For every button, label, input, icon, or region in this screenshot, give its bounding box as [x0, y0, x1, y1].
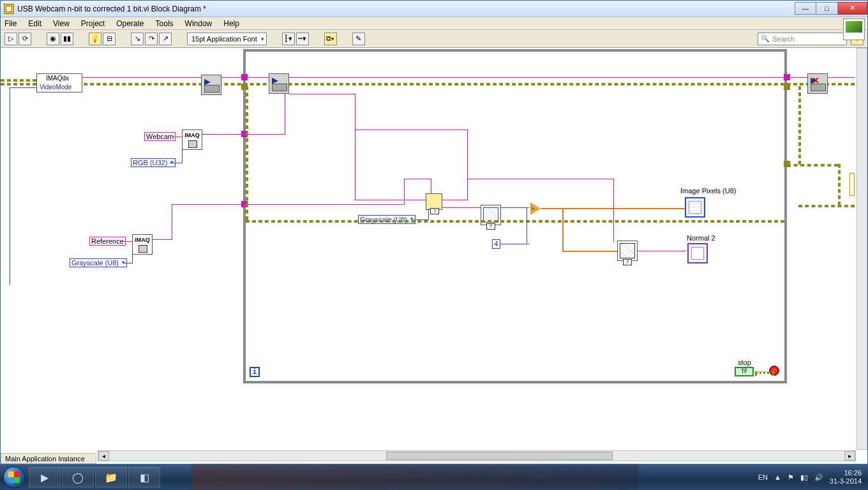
webcam-name-const[interactable]: Webcam: [144, 132, 176, 141]
menu-view[interactable]: View: [53, 19, 70, 28]
imaqdx-grab-node[interactable]: [269, 73, 289, 94]
pause-button[interactable]: ▮▮: [61, 33, 73, 45]
tray-flag-icon[interactable]: ▲: [774, 473, 781, 481]
normal2-label: Normal 2: [687, 234, 715, 242]
w4b: [172, 204, 172, 240]
highlight-exec-button[interactable]: 💡: [89, 33, 101, 45]
w6b: [355, 130, 467, 130]
search-input[interactable]: 🔍 Search: [758, 33, 847, 45]
block-diagram-canvas[interactable]: IMAQdx VideoMode i stop TF ✕ Webcam: [1, 48, 867, 450]
minimize-button[interactable]: —: [795, 2, 816, 15]
express-row2: VideoMode: [37, 83, 82, 92]
wire-blue-ref-h: [10, 87, 36, 88]
unbundle-node[interactable]: [849, 173, 855, 196]
w4c: [172, 204, 244, 205]
system-tray[interactable]: EN ▲ ⚑ ▮▯ 🔊 16:26 31-3-2014: [758, 469, 868, 486]
w9b: [562, 208, 564, 251]
menu-project[interactable]: Project: [81, 19, 105, 28]
horizontal-scrollbar[interactable]: ◂ ▸: [98, 450, 856, 461]
retain-wire-button[interactable]: ⊟: [103, 33, 116, 45]
grayscale-ring-1[interactable]: Grayscale (U8): [70, 258, 127, 267]
menu-window[interactable]: Window: [185, 19, 213, 28]
tray-flag2-icon[interactable]: ⚑: [788, 473, 794, 482]
scroll-right-icon[interactable]: ▸: [844, 451, 855, 461]
greater-than-node[interactable]: >: [530, 202, 541, 215]
scroll-thumb[interactable]: [386, 452, 613, 460]
cleanup-button[interactable]: ✎: [352, 33, 365, 45]
imaqdx-open-node[interactable]: IMAQdx VideoMode: [36, 73, 82, 93]
taskbar-blur: [191, 464, 638, 490]
titlebar[interactable]: USB Webcam n-bit to corrected 1 bit.vi B…: [1, 1, 867, 17]
while-loop[interactable]: i: [243, 49, 787, 383]
step-over-button[interactable]: ↷: [145, 33, 158, 45]
step-out-button[interactable]: ↗: [159, 33, 172, 45]
tunnel-error-out: [784, 84, 790, 90]
taskbar-labview[interactable]: ◧: [128, 467, 160, 487]
align-button[interactable]: ┇▾: [282, 33, 295, 45]
stop-control[interactable]: TF: [735, 367, 754, 376]
w6c: [355, 200, 426, 200]
scroll-left-icon[interactable]: ◂: [98, 451, 109, 461]
taskbar-explorer[interactable]: 📁: [95, 467, 127, 487]
font-ring[interactable]: 15pt Application Font: [187, 33, 267, 45]
lang-indicator[interactable]: EN: [758, 473, 768, 481]
express-row1: IMAQdx: [37, 74, 82, 84]
w6e: [404, 179, 405, 204]
windows-taskbar[interactable]: ▶ ◯ 📁 ◧ EN ▲ ⚑ ▮▯ 🔊 16:26 31-3-2014: [0, 464, 868, 490]
menu-operate[interactable]: Operate: [116, 19, 144, 28]
run-button[interactable]: ▷: [4, 33, 17, 45]
w12c: [798, 205, 855, 207]
start-button[interactable]: [0, 464, 28, 490]
taskbar-mediaplayer[interactable]: ▶: [29, 467, 61, 487]
abort-button[interactable]: ◉: [47, 33, 59, 45]
imaq-create-webcam[interactable]: IMAQ: [182, 130, 202, 150]
wire-err-rowv: [246, 86, 248, 220]
tray-network-icon[interactable]: ▮▯: [800, 473, 808, 482]
reorder-button[interactable]: ⧉▾: [324, 33, 337, 45]
imaq-cast-node[interactable]: ?: [426, 193, 442, 210]
wire-stop: [755, 371, 774, 374]
wire-err-row: [246, 220, 784, 223]
imaqdx-close-node[interactable]: ✕: [807, 73, 828, 94]
imaq-create-reference[interactable]: IMAQ: [132, 234, 153, 255]
close-button[interactable]: ✕: [838, 2, 867, 15]
w6a: [355, 94, 355, 200]
w12b: [798, 86, 801, 165]
imaq-arraytoimage-node[interactable]: ?: [617, 241, 638, 261]
distribute-button[interactable]: ┅▾: [296, 33, 309, 45]
tray-volume-icon[interactable]: 🔊: [814, 473, 823, 482]
menu-help[interactable]: Help: [223, 19, 239, 28]
w3b: [123, 263, 132, 264]
vi-icon[interactable]: [843, 19, 865, 40]
tray-clock[interactable]: 16:26 31-3-2014: [830, 469, 862, 486]
app-window: USB Webcam n-bit to corrected 1 bit.vi B…: [0, 0, 868, 464]
step-into-button[interactable]: ↘: [131, 33, 144, 45]
tray-time: 16:26: [830, 469, 862, 477]
menu-edit[interactable]: Edit: [28, 19, 41, 28]
menu-tools[interactable]: Tools: [156, 19, 174, 28]
loop-stop-terminal[interactable]: [769, 366, 779, 376]
taskbar-chrome[interactable]: ◯: [62, 467, 94, 487]
w8c: [500, 244, 529, 244]
rgb-type-ring[interactable]: RGB (U32): [131, 158, 176, 167]
menubar[interactable]: File Edit View Project Operate Tools Win…: [1, 17, 867, 30]
w2b: [285, 94, 285, 135]
image-pixels-indicator[interactable]: [685, 197, 705, 218]
w11: [639, 208, 685, 209]
maximize-button[interactable]: □: [816, 2, 838, 15]
run-continuous-button[interactable]: ⟳: [19, 33, 31, 45]
context-status[interactable]: Main Application Instance ◂: [1, 453, 96, 464]
reference-name-const[interactable]: Reference: [89, 237, 126, 246]
w8b: [527, 207, 527, 243]
windows-orb-icon: [3, 466, 25, 488]
menu-file[interactable]: File: [4, 19, 17, 28]
tunnel-session-out: [784, 74, 790, 80]
w8: [501, 207, 529, 208]
w6d: [244, 204, 404, 205]
normal2-indicator[interactable]: [687, 243, 708, 264]
numeric-const-4[interactable]: 4: [492, 239, 500, 249]
imaqdx-configure-node[interactable]: [201, 75, 221, 95]
stop-label: stop: [738, 359, 751, 366]
w10: [638, 251, 686, 251]
vertical-scrollbar[interactable]: [857, 48, 867, 450]
